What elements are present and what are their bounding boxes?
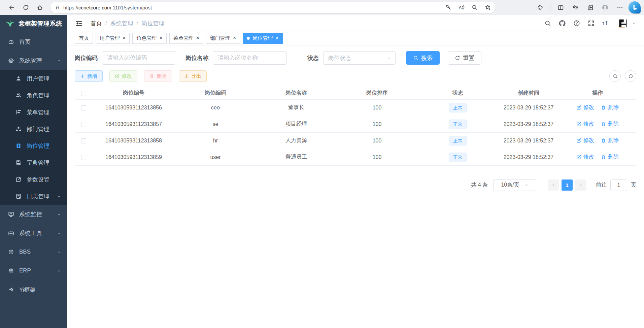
sidebar-item-param-settings[interactable]: 参数设置 (0, 171, 67, 188)
chevron-down-icon (57, 269, 61, 273)
post-sort-cell: 100 (337, 149, 417, 165)
row-delete-button[interactable]: 删除 (601, 137, 619, 144)
sidebar-item-erp[interactable]: ERP (0, 261, 67, 280)
browser-refresh-button[interactable] (20, 2, 32, 13)
row-checkbox[interactable] (81, 122, 86, 127)
post-code-cell: hr (175, 132, 256, 149)
svg-text:T: T (605, 20, 608, 26)
close-tab-icon[interactable]: × (159, 35, 162, 41)
header-search-icon[interactable] (544, 20, 551, 27)
collections-icon[interactable] (584, 2, 596, 13)
top-navbar: 首页/系统管理/岗位管理 TT (67, 15, 644, 32)
sidebar-item-user-mgmt[interactable]: 用户管理 (0, 70, 67, 87)
bing-copilot-icon[interactable] (629, 1, 641, 13)
edit-button[interactable]: 修改 (109, 70, 137, 82)
refresh-table-button[interactable] (625, 70, 636, 82)
post-sort-cell: 100 (337, 99, 417, 116)
row-checkbox[interactable] (81, 138, 86, 143)
extensions-icon[interactable] (534, 2, 546, 13)
sidebar-item-home[interactable]: 首页 (0, 32, 67, 51)
close-tab-icon[interactable]: × (123, 35, 126, 41)
tab-menu-mgmt[interactable]: 菜单管理× (169, 33, 203, 44)
close-tab-icon[interactable]: × (233, 35, 236, 41)
row-edit-button[interactable]: 修改 (576, 121, 594, 128)
post-name-input[interactable] (213, 51, 287, 65)
tab-home[interactable]: 首页 (75, 33, 93, 44)
sidebar-item-system-mgmt[interactable]: 系统管理 (0, 51, 67, 70)
row-delete-button[interactable]: 删除 (601, 154, 619, 161)
status-select[interactable]: 岗位状态 (323, 51, 396, 65)
breadcrumb-item: 系统管理 (110, 20, 133, 27)
tab-dept-mgmt[interactable]: 部门管理× (206, 33, 240, 44)
prev-page-button[interactable] (548, 179, 559, 191)
zoom-out-icon[interactable] (470, 3, 480, 12)
search-button[interactable]: 搜索 (406, 51, 440, 65)
tab-role-mgmt[interactable]: 角色管理× (132, 33, 166, 44)
reset-button[interactable]: 重置 (448, 51, 481, 65)
next-page-button[interactable] (575, 179, 586, 191)
sidebar-item-role-mgmt[interactable]: 角色管理 (0, 87, 67, 104)
sidebar-item-post-mgmt[interactable]: 岗位管理 (0, 137, 67, 154)
close-tab-icon[interactable]: × (275, 35, 278, 41)
close-tab-icon[interactable]: × (196, 35, 199, 41)
user-avatar-menu[interactable] (617, 17, 636, 29)
sidebar-collapse-button[interactable] (75, 20, 82, 27)
row-checkbox[interactable] (81, 105, 86, 110)
breadcrumb-item: 岗位管理 (141, 20, 164, 27)
address-bar[interactable]: https://ccnetcore.com:1101/system/post A (50, 2, 496, 13)
split-screen-icon[interactable] (554, 2, 567, 13)
sidebar-item-yi-framework[interactable]: Yi框架 (0, 280, 67, 299)
browser-back-button[interactable] (5, 2, 18, 13)
toggle-search-button[interactable] (609, 70, 621, 82)
post-code-input[interactable] (102, 51, 176, 65)
row-delete-button[interactable]: 删除 (601, 121, 619, 128)
browser-profile-avatar[interactable] (599, 2, 611, 13)
sidebar-item-bbs[interactable]: BBS (0, 242, 67, 261)
tab-post-mgmt[interactable]: 岗位管理× (243, 33, 282, 44)
sidebar-item-label: 菜单管理 (27, 108, 49, 116)
row-checkbox[interactable] (81, 155, 86, 160)
sidebar-item-log-mgmt[interactable]: 日志管理 (0, 188, 67, 205)
row-edit-button[interactable]: 修改 (576, 137, 594, 144)
sidebar-item-menu-mgmt[interactable]: 菜单管理 (0, 104, 67, 121)
sidebar-item-label: 字典管理 (27, 159, 49, 167)
browser-settings-menu[interactable] (614, 2, 626, 13)
favorites-icon[interactable] (569, 2, 581, 13)
page-size-select[interactable]: 10条/页 (493, 179, 536, 191)
log-icon (15, 193, 22, 199)
help-icon[interactable] (573, 20, 580, 27)
row-edit-button[interactable]: 修改 (576, 104, 594, 111)
export-button[interactable]: 导出 (179, 70, 207, 82)
column-header: 状态 (417, 87, 498, 99)
breadcrumb-item[interactable]: 首页 (91, 20, 102, 27)
read-aloud-icon[interactable]: A (456, 3, 467, 12)
github-icon[interactable] (559, 20, 566, 27)
status-badge: 正常 (449, 103, 467, 112)
toolbox-icon (8, 230, 14, 236)
add-button[interactable]: 新增 (75, 70, 103, 82)
delete-button[interactable]: 删除 (144, 70, 172, 82)
table-row: 1641030593112313857se项目经理100正常2023-03-29… (75, 116, 636, 132)
row-edit-button[interactable]: 修改 (576, 154, 594, 161)
goto-page-input[interactable] (610, 179, 627, 191)
font-size-icon[interactable]: TT (602, 20, 609, 27)
sidebar-item-dict-mgmt[interactable]: 字典管理 (0, 154, 67, 171)
sidebar-item-label: 部门管理 (27, 125, 49, 133)
select-all-checkbox[interactable] (81, 91, 86, 96)
sidebar-item-dept-mgmt[interactable]: 部门管理 (0, 121, 67, 137)
created-time-cell: 2023-03-29 18:52:37 (498, 149, 559, 165)
browser-home-button[interactable] (34, 2, 46, 13)
sidebar-item-system-monitor[interactable]: 系统监控 (0, 205, 67, 224)
add-favorite-icon[interactable] (483, 3, 493, 12)
post-id-cell: 1641030593112313858 (92, 132, 175, 149)
page-number-button[interactable]: 1 (562, 179, 573, 191)
password-key-icon[interactable] (443, 3, 453, 12)
fullscreen-icon[interactable] (588, 20, 595, 27)
post-sort-cell: 100 (337, 132, 417, 149)
sidebar-item-system-tools[interactable]: 系统工具 (0, 224, 67, 242)
post-table: 岗位编号岗位编码岗位名称岗位排序状态创建时间操作 164103059311231… (75, 87, 636, 166)
column-header: 岗位编码 (175, 87, 256, 99)
post-name-cell: 人力资源 (256, 132, 337, 149)
row-delete-button[interactable]: 删除 (601, 104, 619, 111)
tab-user-mgmt[interactable]: 用户管理× (96, 33, 130, 44)
